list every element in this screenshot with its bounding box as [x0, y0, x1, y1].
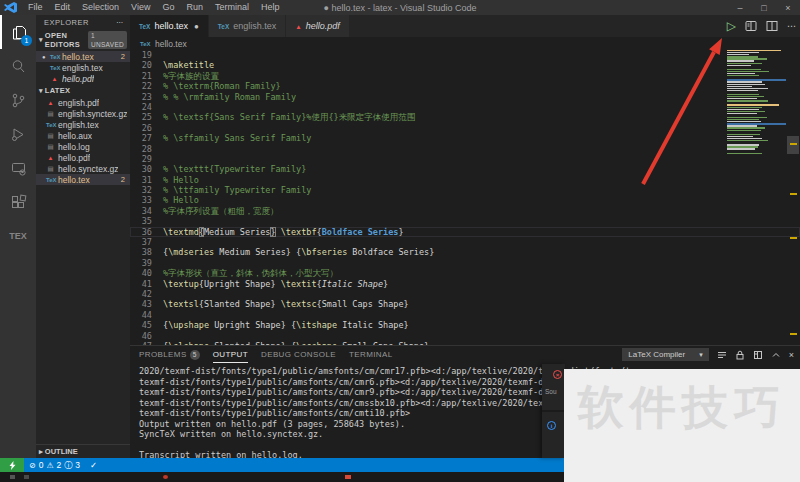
code-line-25[interactable]: 25% \textsf{Sans Serif Family}%使用{}来限定字体… [130, 112, 800, 122]
menu-file[interactable]: File [22, 0, 49, 15]
pdf-file-icon: ▲ [295, 23, 301, 30]
code-line-46[interactable]: 46 [130, 331, 800, 341]
menu-go[interactable]: Go [156, 0, 180, 15]
panel-tab-terminal[interactable]: TERMINAL [349, 346, 393, 363]
close-button[interactable]: × [776, 0, 800, 15]
remote-explorer-activity-button[interactable] [0, 151, 36, 185]
code-line-39[interactable]: 39 [130, 258, 800, 268]
explorer-activity-button[interactable]: 1 [0, 15, 36, 49]
menu-bar: FileEditSelectionViewGoRunTerminalHelp [22, 0, 285, 15]
code-line-41[interactable]: 41\textup{Upright Shape} \textit{Italic … [130, 279, 800, 289]
problems-status[interactable]: ⊘ 0 ⚠ 2 ⓘ 3 [24, 458, 85, 472]
latex-workshop-icon: TEX [9, 231, 27, 241]
code-line-32[interactable]: 32% \ttfamily Typewriter Family [130, 185, 800, 195]
warning-icon: ⚠ [46, 461, 53, 470]
unsaved-dot-icon[interactable]: ● [194, 22, 199, 31]
minimap[interactable] [727, 50, 786, 345]
code-line-43[interactable]: 43\textsl{Slanted Shape} \textsc{Small C… [130, 299, 800, 309]
code-line-21[interactable]: 21%字体族的设置 [130, 71, 800, 81]
code-line-23[interactable]: 23% % \rmfamily Roman Family [130, 92, 800, 102]
menu-edit[interactable]: Edit [49, 0, 77, 15]
notification-toasts[interactable]: × Sou i [542, 364, 565, 458]
file-item-hello.pdf[interactable]: ▲hello.pdf [36, 152, 130, 163]
code-token: % Hello [163, 195, 199, 205]
search-activity-button[interactable] [0, 49, 36, 83]
tab-english.tex[interactable]: TeXenglish.tex [209, 15, 286, 37]
view-pdf-button[interactable] [745, 20, 757, 32]
code-line-38[interactable]: 38{\mdseries Medium Series} {\bfseries B… [130, 247, 800, 257]
editor-scrollbar[interactable] [786, 50, 800, 345]
file-item-english.pdf[interactable]: ▲english.pdf [36, 97, 130, 108]
more-actions-button[interactable]: ⋯ [787, 21, 796, 31]
code-line-30[interactable]: 30% \texttt{Typewriter Family} [130, 164, 800, 174]
code-token: % % \rmfamily Roman Family [163, 92, 296, 102]
file-item-hello.synctex.gz[interactable]: ▤hello.synctex.gz [36, 163, 130, 174]
clear-output-icon[interactable] [717, 350, 727, 360]
code-line-28[interactable]: 28 [130, 144, 800, 154]
source-control-activity-button[interactable] [0, 83, 36, 117]
latex-workshop-activity-button[interactable]: TEX [0, 219, 36, 253]
menu-selection[interactable]: Selection [76, 0, 125, 15]
tab-hello.tex[interactable]: TeXhello.tex● [130, 15, 209, 37]
output-channel-select[interactable]: LaTeX Compiler ▾ [622, 348, 708, 361]
code-line-24[interactable]: 24 [130, 102, 800, 112]
code-line-29[interactable]: 29 [130, 154, 800, 164]
folder-header[interactable]: ▾ LATEX [36, 84, 130, 97]
code-line-22[interactable]: 22% \textrm{Roman Family} [130, 81, 800, 91]
code-line-42[interactable]: 42 [130, 289, 800, 299]
panel-tab-output[interactable]: OUTPUT [213, 346, 248, 363]
code-line-40[interactable]: 40%字体形状（直立，斜体，伪斜体，小型大写） [130, 268, 800, 278]
file-item-hello.aux[interactable]: ▤hello.aux [36, 130, 130, 141]
code-line-35[interactable]: 35 [130, 216, 800, 226]
open-editors-header[interactable]: ▾ OPEN EDITORS 1 UNSAVED [36, 29, 130, 51]
menu-help[interactable]: Help [255, 0, 286, 15]
file-item-hello.pdf[interactable]: ▲hello.pdf [36, 73, 130, 84]
file-item-english.tex[interactable]: TeXenglish.tex [36, 119, 130, 130]
file-file-icon: ▤ [46, 132, 55, 140]
code-line-20[interactable]: 20\maketitle [130, 60, 800, 70]
file-item-english.tex[interactable]: TeXenglish.tex [36, 62, 130, 73]
file-item-hello.tex[interactable]: TeXhello.tex2 [36, 174, 130, 185]
code-line-19[interactable]: 19 [130, 50, 800, 60]
code-line-45[interactable]: 45{\upshape Upright Shape} {\itshape Ita… [130, 320, 800, 330]
split-editor-button[interactable] [766, 20, 778, 32]
panel-tab-problems[interactable]: PROBLEMS5 [139, 346, 200, 363]
code-line-37[interactable]: 37 [130, 237, 800, 247]
scrollbar-thumb[interactable] [787, 136, 799, 154]
code-line-36[interactable]: 36\textmd{Medium Series} \textbf{Boldfac… [130, 227, 800, 237]
file-item-hello.tex[interactable]: ●TeXhello.tex2 [36, 51, 130, 62]
maximize-button[interactable]: □ [752, 0, 776, 15]
code-line-27[interactable]: 27% \sffamily Sans Serif Family [130, 133, 800, 143]
code-line-31[interactable]: 31% Hello [130, 175, 800, 185]
file-item-hello.log[interactable]: ▤hello.log [36, 141, 130, 152]
vscode-logo-icon [4, 2, 18, 13]
code-editor[interactable]: 1920\maketitle21%字体族的设置22% \textrm{Roman… [130, 50, 800, 345]
close-panel-icon[interactable]: × [789, 350, 794, 360]
panel-tab-debug-console[interactable]: DEBUG CONSOLE [261, 346, 336, 363]
lock-icon[interactable] [735, 350, 745, 360]
outline-section-header[interactable]: ▸ OUTLINE [36, 444, 130, 458]
code-line-44[interactable]: 44 [130, 310, 800, 320]
open-in-editor-icon[interactable] [753, 350, 763, 360]
file-item-english.synctex.gz[interactable]: ▤english.synctex.gz [36, 108, 130, 119]
line-number: 36 [130, 227, 152, 237]
maximize-panel-icon[interactable] [771, 350, 781, 360]
code-token: \itshape [296, 320, 337, 330]
extensions-activity-button[interactable] [0, 185, 36, 219]
run-debug-activity-button[interactable] [0, 117, 36, 151]
code-line-34[interactable]: 34%字体序列设置（粗细，宽度） [130, 206, 800, 216]
menu-run[interactable]: Run [180, 0, 209, 15]
tab-hello.pdf[interactable]: ▲hello.pdf [286, 15, 349, 37]
minimize-button[interactable]: – [728, 0, 752, 15]
latex-build-status[interactable]: ✓ [85, 458, 102, 472]
panel-tab-label: DEBUG CONSOLE [261, 350, 336, 359]
explorer-actions-icon[interactable]: ⋯ [116, 18, 124, 27]
code-line-26[interactable]: 26 [130, 123, 800, 133]
menu-view[interactable]: View [125, 0, 156, 15]
build-latex-button[interactable]: ▷ [727, 20, 736, 32]
file-label: english.pdf [58, 98, 99, 108]
code-line-33[interactable]: 33% Hello [130, 195, 800, 205]
breadcrumb[interactable]: TeX hello.tex [130, 37, 800, 50]
remote-indicator[interactable] [0, 458, 24, 472]
menu-terminal[interactable]: Terminal [209, 0, 255, 15]
